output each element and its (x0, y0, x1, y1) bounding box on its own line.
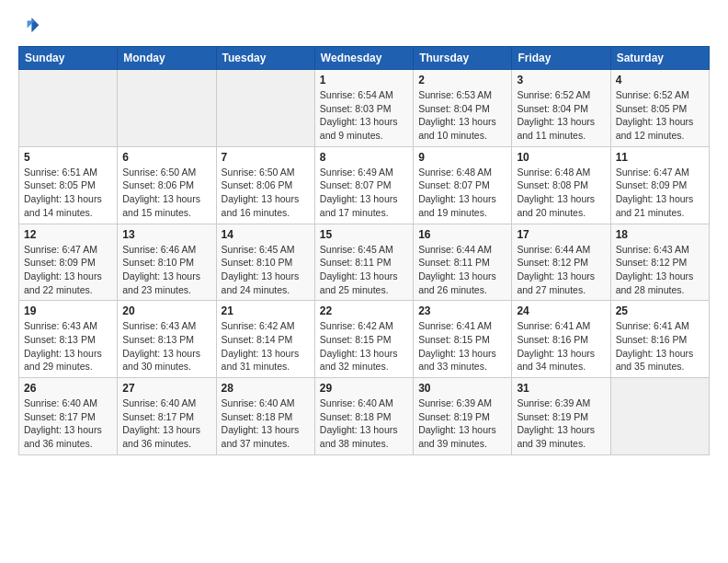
day-number: 17 (517, 228, 605, 241)
day-info: Sunrise: 6:46 AMSunset: 8:10 PMDaylight:… (122, 243, 210, 297)
day-cell: 24Sunrise: 6:41 AMSunset: 8:16 PMDayligh… (512, 301, 610, 378)
day-number: 27 (122, 382, 210, 395)
weekday-header-tuesday: Tuesday (216, 47, 314, 70)
day-number: 24 (517, 304, 605, 317)
day-info: Sunrise: 6:50 AMSunset: 8:06 PMDaylight:… (122, 166, 210, 220)
day-info: Sunrise: 6:39 AMSunset: 8:19 PMDaylight:… (517, 396, 605, 451)
day-number: 21 (222, 304, 310, 317)
day-cell: 30Sunrise: 6:39 AMSunset: 8:19 PMDayligh… (414, 378, 512, 455)
day-info: Sunrise: 6:49 AMSunset: 8:07 PMDaylight:… (320, 166, 408, 220)
day-number: 14 (222, 228, 310, 241)
header (18, 15, 710, 37)
week-row-2: 5Sunrise: 6:51 AMSunset: 8:05 PMDaylight… (19, 146, 710, 224)
day-cell: 14Sunrise: 6:45 AMSunset: 8:10 PMDayligh… (216, 224, 314, 301)
day-number: 5 (24, 151, 112, 164)
day-number: 13 (122, 228, 210, 241)
day-cell: 28Sunrise: 6:40 AMSunset: 8:18 PMDayligh… (216, 378, 314, 455)
day-info: Sunrise: 6:39 AMSunset: 8:19 PMDaylight:… (418, 396, 506, 451)
day-info: Sunrise: 6:54 AMSunset: 8:03 PMDaylight:… (320, 88, 408, 143)
day-number: 28 (222, 382, 310, 395)
day-cell (216, 70, 314, 147)
weekday-header-wednesday: Wednesday (314, 47, 413, 70)
day-info: Sunrise: 6:40 AMSunset: 8:17 PMDaylight:… (24, 396, 112, 451)
day-number: 1 (320, 74, 408, 86)
weekday-header-thursday: Thursday (414, 47, 512, 70)
day-info: Sunrise: 6:44 AMSunset: 8:12 PMDaylight:… (517, 243, 605, 297)
day-number: 12 (24, 228, 112, 241)
day-info: Sunrise: 6:45 AMSunset: 8:10 PMDaylight:… (222, 243, 310, 297)
day-cell (118, 70, 216, 147)
day-number: 2 (418, 74, 506, 86)
week-row-3: 12Sunrise: 6:47 AMSunset: 8:09 PMDayligh… (19, 224, 710, 301)
day-cell: 9Sunrise: 6:48 AMSunset: 8:07 PMDaylight… (414, 146, 512, 224)
day-cell: 19Sunrise: 6:43 AMSunset: 8:13 PMDayligh… (19, 301, 118, 378)
day-number: 10 (517, 151, 605, 164)
day-cell: 4Sunrise: 6:52 AMSunset: 8:05 PMDaylight… (610, 70, 709, 147)
week-row-4: 19Sunrise: 6:43 AMSunset: 8:13 PMDayligh… (19, 301, 710, 378)
day-info: Sunrise: 6:47 AMSunset: 8:09 PMDaylight:… (24, 243, 112, 297)
day-info: Sunrise: 6:40 AMSunset: 8:18 PMDaylight:… (320, 396, 408, 451)
day-number: 22 (320, 304, 408, 317)
day-cell: 13Sunrise: 6:46 AMSunset: 8:10 PMDayligh… (118, 224, 216, 301)
logo-icon (18, 15, 40, 37)
day-cell: 7Sunrise: 6:50 AMSunset: 8:06 PMDaylight… (216, 146, 314, 224)
day-cell: 31Sunrise: 6:39 AMSunset: 8:19 PMDayligh… (512, 378, 610, 455)
day-info: Sunrise: 6:40 AMSunset: 8:17 PMDaylight:… (122, 396, 210, 451)
day-cell: 26Sunrise: 6:40 AMSunset: 8:17 PMDayligh… (19, 378, 118, 455)
day-number: 16 (418, 228, 506, 241)
day-cell: 16Sunrise: 6:44 AMSunset: 8:11 PMDayligh… (414, 224, 512, 301)
weekday-header-saturday: Saturday (610, 47, 709, 70)
day-number: 8 (320, 151, 408, 164)
day-info: Sunrise: 6:52 AMSunset: 8:04 PMDaylight:… (517, 88, 605, 143)
day-cell: 15Sunrise: 6:45 AMSunset: 8:11 PMDayligh… (314, 224, 413, 301)
day-info: Sunrise: 6:52 AMSunset: 8:05 PMDaylight:… (616, 88, 704, 143)
weekday-header-monday: Monday (118, 47, 216, 70)
day-number: 9 (418, 151, 506, 164)
day-cell: 27Sunrise: 6:40 AMSunset: 8:17 PMDayligh… (118, 378, 216, 455)
day-cell: 23Sunrise: 6:41 AMSunset: 8:15 PMDayligh… (414, 301, 512, 378)
day-info: Sunrise: 6:42 AMSunset: 8:14 PMDaylight:… (222, 319, 310, 373)
day-info: Sunrise: 6:51 AMSunset: 8:05 PMDaylight:… (24, 166, 112, 220)
day-number: 7 (222, 151, 310, 164)
day-cell (610, 378, 709, 455)
day-number: 26 (24, 382, 112, 395)
day-cell: 1Sunrise: 6:54 AMSunset: 8:03 PMDaylight… (314, 70, 413, 147)
day-cell: 2Sunrise: 6:53 AMSunset: 8:04 PMDaylight… (414, 70, 512, 147)
day-info: Sunrise: 6:44 AMSunset: 8:11 PMDaylight:… (418, 243, 506, 297)
day-info: Sunrise: 6:42 AMSunset: 8:15 PMDaylight:… (320, 319, 408, 373)
day-info: Sunrise: 6:47 AMSunset: 8:09 PMDaylight:… (616, 166, 704, 220)
day-info: Sunrise: 6:43 AMSunset: 8:13 PMDaylight:… (122, 319, 210, 373)
day-number: 23 (418, 304, 506, 317)
weekday-header-friday: Friday (512, 47, 610, 70)
day-cell: 29Sunrise: 6:40 AMSunset: 8:18 PMDayligh… (314, 378, 413, 455)
day-info: Sunrise: 6:53 AMSunset: 8:04 PMDaylight:… (418, 88, 506, 143)
day-number: 20 (122, 304, 210, 317)
svg-marker-0 (31, 17, 39, 32)
day-cell: 21Sunrise: 6:42 AMSunset: 8:14 PMDayligh… (216, 301, 314, 378)
day-number: 31 (517, 382, 605, 395)
day-info: Sunrise: 6:41 AMSunset: 8:16 PMDaylight:… (616, 319, 704, 373)
day-cell: 10Sunrise: 6:48 AMSunset: 8:08 PMDayligh… (512, 146, 610, 224)
day-number: 25 (616, 304, 704, 317)
day-cell: 5Sunrise: 6:51 AMSunset: 8:05 PMDaylight… (19, 146, 118, 224)
logo (18, 15, 44, 37)
day-number: 15 (320, 228, 408, 241)
day-cell: 11Sunrise: 6:47 AMSunset: 8:09 PMDayligh… (610, 146, 709, 224)
day-cell: 25Sunrise: 6:41 AMSunset: 8:16 PMDayligh… (610, 301, 709, 378)
day-cell (19, 70, 118, 147)
day-info: Sunrise: 6:48 AMSunset: 8:07 PMDaylight:… (418, 166, 506, 220)
day-number: 19 (24, 304, 112, 317)
day-info: Sunrise: 6:45 AMSunset: 8:11 PMDaylight:… (320, 243, 408, 297)
day-info: Sunrise: 6:41 AMSunset: 8:15 PMDaylight:… (418, 319, 506, 373)
week-row-1: 1Sunrise: 6:54 AMSunset: 8:03 PMDaylight… (19, 70, 710, 147)
calendar: SundayMondayTuesdayWednesdayThursdayFrid… (18, 46, 710, 455)
day-number: 3 (517, 74, 605, 86)
day-info: Sunrise: 6:43 AMSunset: 8:12 PMDaylight:… (616, 243, 704, 297)
day-cell: 17Sunrise: 6:44 AMSunset: 8:12 PMDayligh… (512, 224, 610, 301)
day-number: 4 (616, 74, 704, 86)
day-info: Sunrise: 6:48 AMSunset: 8:08 PMDaylight:… (517, 166, 605, 220)
day-cell: 18Sunrise: 6:43 AMSunset: 8:12 PMDayligh… (610, 224, 709, 301)
day-cell: 12Sunrise: 6:47 AMSunset: 8:09 PMDayligh… (19, 224, 118, 301)
day-number: 18 (616, 228, 704, 241)
day-number: 29 (320, 382, 408, 395)
